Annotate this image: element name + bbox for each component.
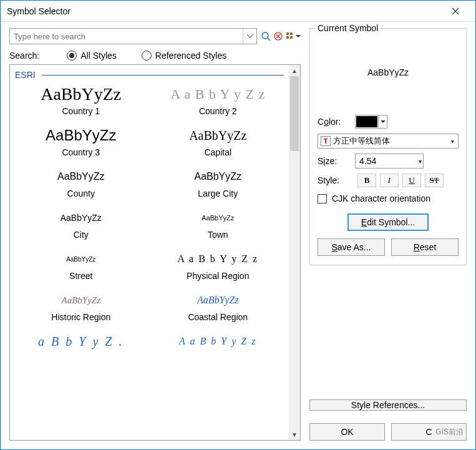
scrollbar[interactable]: ▲ ▼ (289, 65, 300, 440)
chevron-down-icon: ▾ (417, 158, 423, 165)
symbol-item[interactable]: AaBbYyZzStreet (14, 246, 148, 287)
chevron-down-icon: ▾ (450, 138, 455, 145)
color-picker[interactable] (355, 115, 387, 129)
symbol-sample: AaBbYyZz (41, 85, 121, 104)
cancel-button[interactable]: C GIS前沿 (391, 423, 467, 441)
symbol-sample: AaBbYyZz (189, 126, 246, 145)
search-icon-button[interactable] (261, 31, 271, 41)
symbol-item[interactable]: AaBbYyZzTown (151, 205, 286, 246)
symbol-sample: AaBbYyZz (194, 167, 241, 186)
underline-button[interactable]: U (402, 174, 421, 187)
color-label: Color: (318, 117, 355, 127)
ok-button[interactable]: OK (309, 423, 385, 441)
window-title: Symbol Selector (7, 6, 442, 16)
symbol-item[interactable]: AaBbYyZzLarge City (151, 164, 286, 205)
strikethrough-button[interactable]: ST (425, 174, 444, 187)
scroll-track[interactable] (289, 76, 300, 429)
symbol-preview-text: AaBbYyZz (367, 67, 409, 77)
symbol-label: Historic Region (51, 312, 110, 322)
svg-point-0 (262, 32, 268, 39)
svg-rect-3 (286, 32, 289, 35)
cjk-checkbox[interactable] (318, 194, 327, 203)
clear-search-button[interactable] (273, 31, 283, 41)
svg-rect-6 (290, 36, 293, 39)
current-symbol-panel: Current Symbol AaBbYyZz Color: T 方正中等线简体… (309, 28, 467, 265)
symbol-item[interactable]: AaBbYyZzCoastal Region (151, 287, 286, 328)
symbol-item[interactable]: AaBbYyZzCapital (151, 122, 286, 164)
search-input[interactable] (10, 29, 243, 44)
italic-button[interactable]: I (380, 174, 399, 187)
edit-symbol-button[interactable]: Edit Symbol... (347, 213, 429, 231)
color-swatch (356, 116, 377, 127)
scroll-down-button[interactable]: ▼ (289, 429, 300, 440)
bold-button[interactable]: B (357, 174, 376, 187)
symbol-sample: AaBbYyZz (61, 208, 102, 227)
divider (42, 75, 284, 76)
radio-label: All Styles (80, 51, 117, 61)
symbol-sample: AaBbYyZz (46, 126, 116, 145)
symbol-item[interactable]: a B b Y y Z . (14, 328, 148, 357)
search-combo[interactable] (9, 28, 257, 44)
symbol-label: City (74, 230, 89, 240)
close-button[interactable] (442, 2, 469, 21)
radio-all-styles[interactable]: All Styles (67, 51, 117, 61)
view-mode-button[interactable] (286, 32, 301, 41)
symbol-item[interactable]: AaBbYyZzCity (14, 205, 148, 246)
symbol-label: County (67, 188, 95, 198)
size-value: 4.54 (359, 156, 417, 166)
color-dropdown[interactable] (378, 115, 387, 128)
save-as-button[interactable]: Save As... (318, 238, 385, 256)
reset-button[interactable]: Reset (391, 238, 459, 256)
symbol-label: Country 1 (62, 106, 100, 116)
radio-icon (142, 51, 152, 61)
svg-line-1 (268, 38, 270, 41)
font-combo[interactable]: T 方正中等线简体 ▾ (318, 134, 459, 149)
size-label: Size: (318, 156, 355, 166)
font-icon: T (321, 136, 331, 146)
style-label: Style: (318, 175, 355, 185)
symbol-item[interactable]: A a B b Y y Z zCountry 2 (151, 81, 286, 122)
symbol-sample: A a B b Y y Z z (177, 250, 258, 268)
symbol-list-container: ESRI AaBbYyZzCountry 1A a B b Y y Z zCou… (9, 64, 301, 441)
font-name: 方正中等线简体 (333, 135, 450, 147)
symbol-label: Capital (204, 147, 231, 157)
symbol-preview-area: AaBbYyZz (318, 35, 459, 110)
symbol-sample: A a B b Y y Z z (179, 332, 256, 351)
radio-referenced-styles[interactable]: Referenced Styles (142, 51, 226, 61)
symbol-label: Coastal Region (188, 312, 248, 322)
symbol-label: Town (208, 230, 228, 240)
scroll-thumb[interactable] (290, 76, 299, 151)
symbol-sample: AaBbYyZz (197, 291, 239, 310)
search-dropdown-button[interactable] (243, 29, 256, 44)
cancel-label: C (425, 427, 432, 437)
svg-rect-4 (290, 32, 293, 35)
radio-label: Referenced Styles (155, 51, 226, 61)
titlebar: Symbol Selector (1, 1, 475, 22)
view-grid-icon (286, 32, 294, 41)
chevron-down-icon (247, 34, 253, 38)
symbol-sample: AaBbYyZz (66, 250, 95, 268)
size-combo[interactable]: 4.54 ▾ (355, 154, 424, 169)
scroll-up-button[interactable]: ▲ (289, 65, 300, 76)
panel-title: Current Symbol (315, 23, 381, 33)
symbol-label: Street (69, 271, 92, 281)
symbol-label: Country 3 (62, 147, 100, 157)
symbol-label: Physical Region (187, 271, 249, 281)
filter-row: Search: All Styles Referenced Styles (9, 51, 301, 61)
symbol-item[interactable]: AaBbYyZzHistoric Region (14, 287, 148, 328)
magnifier-icon (261, 31, 271, 41)
style-references-button[interactable]: Style References... (309, 399, 467, 411)
symbol-sample: AaBbYyZz (202, 208, 234, 227)
symbol-item[interactable]: AaBbYyZzCountry 1 (14, 81, 148, 122)
chevron-down-icon (296, 35, 301, 38)
close-icon (452, 7, 459, 15)
symbol-sample: AaBbYyZz (57, 167, 105, 186)
symbol-item[interactable]: A a B b Y y Z z (151, 328, 286, 357)
radio-icon (67, 51, 77, 61)
group-header[interactable]: ESRI (11, 69, 288, 81)
symbol-label: Country 2 (199, 106, 237, 116)
symbol-item[interactable]: AaBbYyZzCounty (14, 164, 148, 205)
symbol-item[interactable]: A a B b Y y Z zPhysical Region (151, 246, 286, 287)
watermark-text: GIS前沿 (435, 427, 464, 438)
symbol-item[interactable]: AaBbYyZzCountry 3 (14, 122, 148, 164)
